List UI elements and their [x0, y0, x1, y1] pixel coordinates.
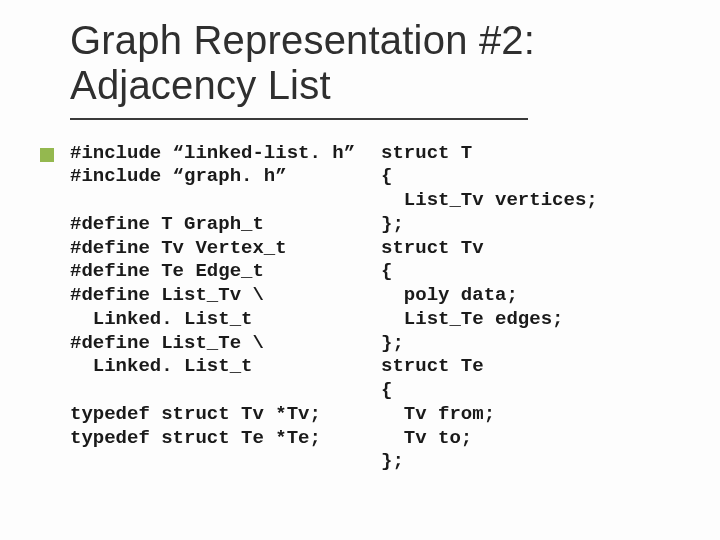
- code-left-column: #include “linked-list. h” #include “grap…: [70, 142, 355, 475]
- code-columns: #include “linked-list. h” #include “grap…: [70, 142, 680, 475]
- title-block: Graph Representation #2: Adjacency List: [70, 18, 680, 108]
- title-line-2: Adjacency List: [70, 63, 680, 108]
- title-rule: [70, 118, 528, 120]
- title-line-1: Graph Representation #2:: [70, 18, 680, 63]
- accent-square-icon: [40, 148, 54, 162]
- code-right-column: struct T { List_Tv vertices; }; struct T…: [381, 142, 598, 475]
- slide: Graph Representation #2: Adjacency List …: [0, 0, 720, 540]
